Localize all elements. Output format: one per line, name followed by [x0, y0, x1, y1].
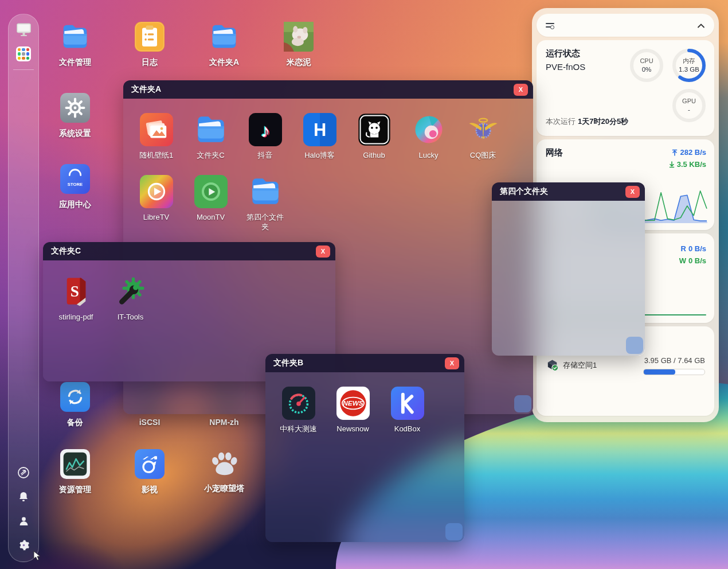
folder-icon	[209, 22, 239, 52]
window-titlebar[interactable]: 第四个文件夹 X	[492, 182, 645, 201]
kodbox-icon	[391, 387, 424, 420]
host-name: PVE-fnOS	[546, 62, 585, 72]
app-shortcut-Newsnow[interactable]: NEWSNewsnow	[326, 387, 380, 449]
app-shortcut-IT-Tools[interactable]: IT-Tools	[103, 275, 158, 337]
close-button[interactable]: X	[625, 186, 640, 198]
shortcut-label: NPM-zh	[209, 418, 238, 428]
tiktok-icon: ♪♪♪	[249, 113, 282, 146]
github-icon	[358, 113, 391, 146]
shortcut-label: 文件夹C	[197, 151, 224, 161]
app-shortcut-Github[interactable]: Github	[347, 113, 401, 175]
clipboard-icon	[135, 22, 165, 52]
app-shortcut-stirling-pdf[interactable]: Sstirling-pdf	[49, 275, 103, 337]
close-button[interactable]: X	[514, 84, 528, 96]
app-shortcut-中科大测速[interactable]: 中科大测速	[271, 387, 326, 449]
chevron-up-icon[interactable]	[697, 23, 705, 28]
shortcut-label: 资源管理	[59, 485, 91, 495]
window-content	[492, 201, 645, 356]
memory-ring: 内存1.3 GB	[672, 48, 706, 83]
svg-text:♪: ♪	[260, 120, 269, 141]
app-shortcut-Halo博客[interactable]: HHalo博客	[292, 113, 347, 175]
bell-icon[interactable]	[15, 488, 32, 505]
folder-icon	[249, 175, 282, 208]
app-shortcut-文件夹C[interactable]: 文件夹C	[183, 113, 238, 175]
upload-rate: 282 B/s	[669, 146, 706, 158]
left-dock	[8, 14, 39, 562]
app-shortcut-MoonTV[interactable]: MoonTV	[183, 175, 238, 237]
shortcut-label: iSCSI	[139, 418, 161, 428]
user-icon[interactable]	[15, 512, 32, 529]
app-shortcut-CQ图床[interactable]: CQ图床	[456, 113, 510, 175]
shortcut-label: 文件夹A	[209, 57, 239, 68]
window-title: 文件夹B	[265, 358, 303, 368]
video-icon	[135, 449, 165, 479]
svg-text:NEWS: NEWS	[343, 399, 363, 407]
shortcut-label: 小宠瞭望塔	[204, 484, 244, 494]
svg-text:S: S	[70, 283, 79, 300]
lucky-icon	[412, 113, 445, 146]
resize-grip[interactable]	[445, 523, 463, 540]
app-shortcut-LibreTV[interactable]: LibreTV	[129, 175, 183, 237]
resize-grip[interactable]	[626, 337, 643, 354]
desktop-icon[interactable]	[15, 21, 32, 38]
ittools-icon	[114, 275, 147, 308]
shortcut-label: stirling-pdf	[59, 313, 93, 322]
app-shortcut-抖音[interactable]: ♪♪♪抖音	[238, 113, 292, 175]
disk-write-rate: W0 B/s	[679, 255, 706, 267]
shortcut-label: 系统设置	[59, 128, 91, 139]
desktop-shortcut-资源管理[interactable]: 资源管理	[49, 449, 101, 495]
widget-header	[537, 14, 714, 37]
newsnow-icon: NEWS	[336, 387, 370, 420]
window-titlebar[interactable]: 文件夹C X	[43, 242, 335, 260]
window-titlebar[interactable]: 文件夹B X	[265, 354, 464, 372]
window-folder-4: 第四个文件夹 X	[492, 182, 645, 356]
close-button[interactable]: X	[316, 245, 330, 258]
gear-tile-icon	[60, 93, 90, 123]
shortcut-label: Newsnow	[336, 424, 369, 434]
app-shortcut-Lucky[interactable]: Lucky	[401, 113, 456, 175]
window-titlebar[interactable]: 文件夹A X	[123, 80, 533, 99]
desktop-shortcut-米恋泥[interactable]: 米恋泥	[273, 22, 324, 68]
app-shortcut-随机壁纸1[interactable]: 随机壁纸1	[129, 113, 183, 175]
cq-icon	[467, 113, 500, 146]
resize-grip[interactable]	[514, 395, 531, 412]
window-title: 第四个文件夹	[492, 186, 548, 197]
stirling-icon: S	[60, 275, 93, 308]
shortcut-label: Lucky	[419, 151, 439, 161]
app-shortcut-KodBox[interactable]: KodBox	[380, 387, 435, 449]
shortcut-label: LibreTV	[143, 213, 170, 223]
desktop-shortcut-影视[interactable]: 影视	[124, 449, 175, 495]
photo-icon	[284, 22, 314, 52]
svg-text:STORE: STORE	[68, 182, 83, 187]
desktop-shortcut-日志[interactable]: 日志	[124, 22, 175, 68]
desktop-shortcut-系统设置[interactable]: 系统设置	[49, 93, 101, 139]
shortcut-label: 抖音	[258, 151, 273, 161]
shortcut-label: 文件管理	[59, 57, 91, 68]
window-title: 文件夹C	[43, 246, 81, 256]
shortcut-label: 米恋泥	[287, 57, 311, 68]
desktop-shortcut-应用中心[interactable]: STORE应用中心	[49, 164, 101, 210]
app-launcher-icon[interactable]	[15, 45, 32, 63]
svg-text:H: H	[313, 120, 326, 140]
close-button[interactable]: X	[445, 357, 459, 369]
speedtest-icon	[282, 387, 315, 420]
sync-icon	[60, 382, 90, 412]
shortcut-label: 影视	[142, 485, 158, 495]
folder-icon	[60, 22, 90, 52]
uptime: 本次运行1天7时20分5秒	[546, 116, 628, 127]
desktop-shortcut-备份[interactable]: 备份	[49, 382, 101, 428]
shortcut-label: Halo博客	[304, 151, 335, 161]
filter-icon[interactable]	[546, 23, 554, 28]
monitor-chart-icon	[60, 449, 90, 479]
app-shortcut-第四个文件夹[interactable]: 第四个文件夹	[238, 175, 292, 237]
desktop-shortcut-小宠瞭望塔[interactable]: 小宠瞭望塔	[198, 448, 250, 494]
desktop-shortcut-文件夹A[interactable]: 文件夹A	[198, 22, 250, 68]
mouse-cursor	[33, 551, 42, 561]
transfer-icon[interactable]	[15, 464, 32, 481]
desktop-shortcut-文件管理[interactable]: 文件管理	[49, 22, 101, 68]
shortcut-label: IT-Tools	[118, 313, 144, 322]
window-folder-b: 文件夹B X 中科大测速NEWSNewsnowKodBox	[265, 354, 464, 542]
download-icon	[669, 161, 675, 168]
folder-icon	[194, 113, 228, 146]
gear-icon[interactable]	[15, 536, 32, 554]
